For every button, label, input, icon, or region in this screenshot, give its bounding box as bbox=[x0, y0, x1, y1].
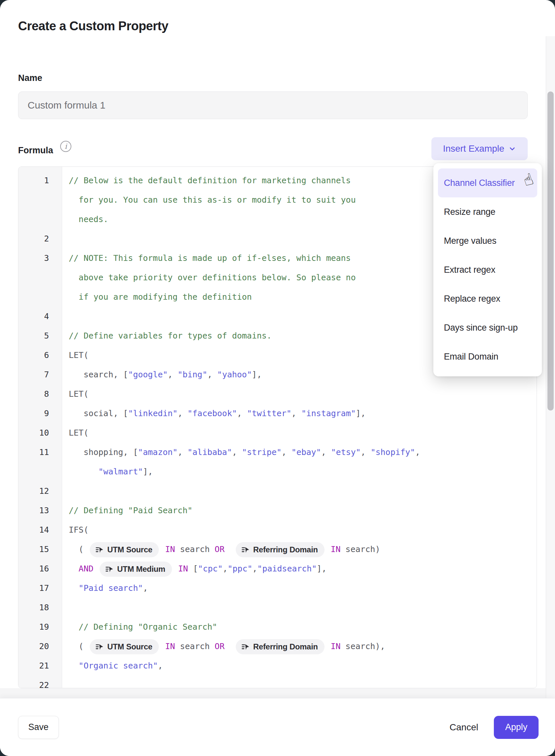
code-token: ], bbox=[356, 409, 366, 418]
apply-button[interactable]: Apply bbox=[494, 716, 539, 739]
code-line: 16 AND UTM Medium IN ["cpc","ppc","paids… bbox=[18, 559, 537, 579]
code-token: ( bbox=[69, 545, 88, 554]
info-icon[interactable]: i bbox=[60, 141, 71, 152]
chevron-down-icon bbox=[508, 145, 516, 153]
code-token: // Defining "Paid Search" bbox=[69, 506, 193, 515]
code-token: ], bbox=[143, 467, 153, 476]
modal-scrollbar-thumb[interactable] bbox=[547, 91, 554, 410]
code-content: // Defining "Paid Search" bbox=[62, 501, 537, 520]
insert-example-menu: Channel ClassifierResize rangeMerge valu… bbox=[433, 163, 542, 376]
code-line: 19 // Defining "Organic Search" bbox=[18, 617, 537, 637]
name-input[interactable] bbox=[18, 91, 528, 119]
line-number: 12 bbox=[18, 481, 62, 501]
code-token: needs. bbox=[69, 214, 108, 224]
code-token: "walmart" bbox=[98, 467, 143, 476]
code-token: "ppc" bbox=[227, 564, 252, 573]
code-token: "google" bbox=[128, 370, 168, 379]
code-content bbox=[62, 675, 537, 688]
code-token: "alibaba" bbox=[187, 447, 232, 457]
cancel-button[interactable]: Cancel bbox=[450, 722, 478, 733]
code-token: ], bbox=[316, 564, 327, 573]
code-token: ( bbox=[69, 641, 88, 651]
line-number: 5 bbox=[18, 326, 62, 346]
line-number: 16 bbox=[18, 559, 62, 579]
property-chip[interactable]: UTM Medium bbox=[100, 562, 172, 577]
property-chip-label: Referring Domain bbox=[253, 639, 318, 654]
code-token: "paidsearch" bbox=[257, 564, 317, 573]
save-button[interactable]: Save bbox=[18, 716, 59, 739]
code-line: 20 ( UTM Source IN search OR Referring D… bbox=[18, 637, 537, 656]
code-line: 8LET( bbox=[18, 384, 537, 404]
line-number: 15 bbox=[18, 540, 62, 559]
code-token: IN bbox=[331, 641, 341, 651]
property-chip-label: UTM Medium bbox=[117, 562, 165, 577]
code-content: "walmart"], bbox=[62, 462, 537, 481]
code-token: "yahoo" bbox=[217, 370, 252, 379]
code-token: , bbox=[321, 447, 331, 457]
insert-example-button[interactable]: Insert Example bbox=[431, 137, 528, 160]
menu-item-replace-regex[interactable]: Replace regex bbox=[438, 284, 537, 313]
line-number bbox=[18, 462, 62, 481]
property-chip[interactable]: UTM Source bbox=[90, 639, 159, 654]
menu-item-merge-values[interactable]: Merge values bbox=[438, 226, 537, 255]
line-number: 13 bbox=[18, 501, 62, 520]
line-number bbox=[18, 190, 62, 209]
code-content bbox=[62, 481, 537, 501]
code-token: , bbox=[177, 447, 187, 457]
code-token bbox=[69, 661, 79, 671]
property-chip-label: UTM Source bbox=[107, 639, 152, 654]
code-token: "amazon" bbox=[138, 447, 177, 457]
line-number: 9 bbox=[18, 404, 62, 423]
code-token: // NOTE: This formula is made up of if-e… bbox=[69, 253, 351, 263]
line-number: 2 bbox=[18, 229, 62, 248]
line-number bbox=[18, 209, 62, 229]
code-token bbox=[224, 641, 234, 651]
code-token: "etsy" bbox=[331, 447, 361, 457]
code-token: search), bbox=[341, 641, 385, 651]
code-token: search bbox=[175, 545, 214, 554]
code-token: "cpc" bbox=[198, 564, 223, 573]
code-token: above take priority over definitions bel… bbox=[69, 273, 356, 282]
property-icon bbox=[105, 565, 114, 574]
name-label: Name bbox=[18, 73, 42, 83]
code-token bbox=[326, 641, 331, 651]
code-content: // Defining "Organic Search" bbox=[62, 617, 537, 637]
menu-item-extract-regex[interactable]: Extract regex bbox=[438, 255, 537, 284]
code-content: AND UTM Medium IN ["cpc","ppc","paidsear… bbox=[62, 559, 537, 579]
property-chip[interactable]: Referring Domain bbox=[236, 542, 325, 557]
property-chip[interactable]: Referring Domain bbox=[236, 639, 325, 654]
modal-scrollbar-track[interactable] bbox=[546, 36, 555, 698]
code-token bbox=[160, 545, 165, 554]
code-line: 18 bbox=[18, 598, 537, 617]
code-token: "Paid search" bbox=[79, 583, 143, 593]
line-number: 20 bbox=[18, 637, 62, 656]
menu-item-days-since-sign-up[interactable]: Days since sign-up bbox=[438, 313, 537, 342]
insert-example-label: Insert Example bbox=[443, 144, 504, 154]
code-token: , bbox=[223, 564, 227, 573]
property-chip[interactable]: UTM Source bbox=[90, 542, 159, 557]
line-number: 8 bbox=[18, 384, 62, 404]
code-token: "stripe" bbox=[242, 447, 282, 457]
menu-item-resize-range[interactable]: Resize range bbox=[438, 197, 537, 226]
code-token: // Below is the default definition for m… bbox=[69, 176, 351, 185]
code-content: social, ["linkedin", "facebook", "twitte… bbox=[62, 404, 537, 423]
code-line: 12 bbox=[18, 481, 537, 501]
code-token: IFS( bbox=[69, 525, 88, 534]
code-token: LET( bbox=[69, 428, 88, 438]
code-token: IN bbox=[178, 564, 188, 573]
code-token: "instagram" bbox=[301, 409, 356, 418]
line-number bbox=[18, 287, 62, 307]
menu-item-email-domain[interactable]: Email Domain bbox=[438, 342, 537, 371]
code-token: , bbox=[415, 447, 420, 457]
line-number: 22 bbox=[18, 675, 62, 688]
code-line: 15 ( UTM Source IN search OR Referring D… bbox=[18, 540, 537, 559]
code-line: 11 shopping, ["amazon", "alibaba", "stri… bbox=[18, 442, 537, 462]
code-token: "ebay" bbox=[291, 447, 321, 457]
line-number: 1 bbox=[18, 171, 62, 190]
code-token: shopping, [ bbox=[69, 447, 138, 457]
code-token: "shopify" bbox=[371, 447, 415, 457]
code-token: search bbox=[175, 641, 214, 651]
line-number: 3 bbox=[18, 248, 62, 268]
code-content bbox=[62, 598, 537, 617]
line-number: 21 bbox=[18, 656, 62, 675]
